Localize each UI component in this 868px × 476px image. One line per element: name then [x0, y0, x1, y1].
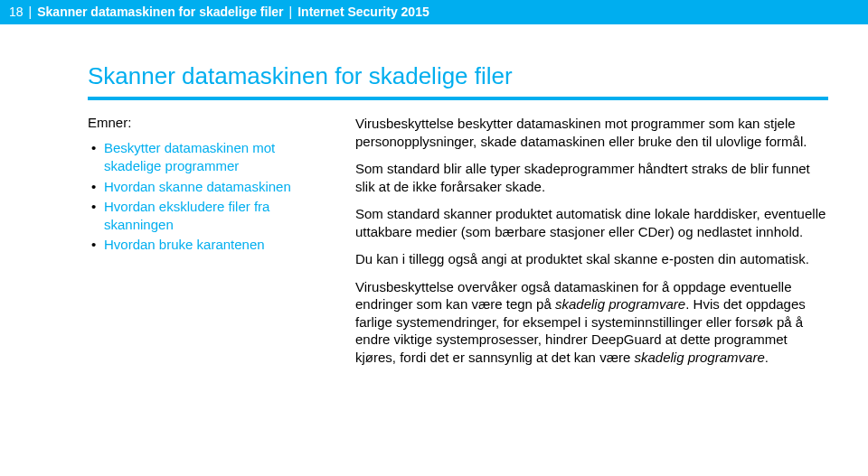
page-title: Skanner datamaskinen for skadelige filer [88, 62, 828, 100]
topics-label: Emner: [88, 115, 326, 130]
italic-term: skadelig programvare [634, 350, 764, 365]
topic-link[interactable]: Beskytter datamaskinen mot skadelige pro… [88, 139, 326, 176]
topic-link[interactable]: Hvordan ekskludere filer fra skanningen [88, 198, 326, 235]
page-number: 18 [9, 5, 24, 19]
content-area: Skanner datamaskinen for skadelige filer… [0, 24, 868, 394]
sidebar-column: Emner: Beskytter datamaskinen mot skadel… [88, 115, 326, 376]
body-paragraph: Virusbeskyttelse overvåker også datamask… [355, 278, 828, 367]
body-paragraph: Som standard blir alle typer skadeprogra… [355, 160, 828, 195]
breadcrumb-product: Internet Security 2015 [297, 5, 429, 19]
page-header: 18 | Skanner datamaskinen for skadelige … [0, 0, 868, 24]
topics-list: Beskytter datamaskinen mot skadelige pro… [88, 139, 326, 255]
columns-container: Emner: Beskytter datamaskinen mot skadel… [88, 115, 828, 376]
body-paragraph: Som standard skanner produktet automatis… [355, 205, 828, 240]
italic-term: skadelig programvare [555, 296, 685, 312]
topic-link[interactable]: Hvordan skanne datamaskinen [88, 178, 326, 196]
topic-link[interactable]: Hvordan bruke karantenen [88, 236, 326, 254]
header-divider: | [289, 5, 293, 19]
body-paragraph: Virusbeskyttelse beskytter datamaskinen … [355, 115, 828, 150]
header-divider: | [29, 5, 33, 19]
body-paragraph: Du kan i tillegg også angi at produktet … [355, 250, 828, 268]
body-column: Virusbeskyttelse beskytter datamaskinen … [355, 115, 828, 376]
breadcrumb-section: Skanner datamaskinen for skadelige filer [37, 5, 283, 19]
